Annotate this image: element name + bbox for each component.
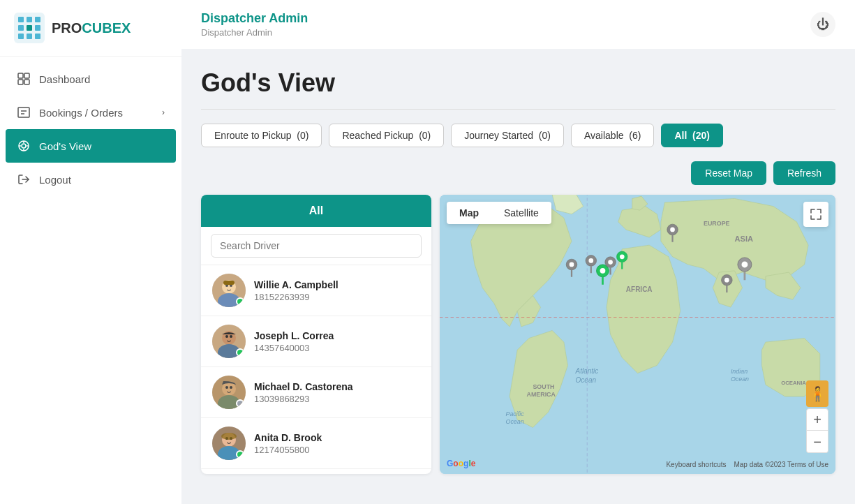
filter-available[interactable]: Available (6) <box>571 124 654 147</box>
driver-avatar-1 <box>212 325 246 358</box>
sidebar-item-dashboard[interactable]: Dashboard <box>0 62 181 96</box>
driver-info-3: Anita D. Brook 12174055800 <box>254 432 420 455</box>
svg-text:Ocean: Ocean <box>506 418 524 425</box>
title-divider <box>201 109 835 110</box>
driver-panel: All <box>201 195 431 474</box>
svg-point-33 <box>225 335 228 338</box>
svg-rect-4 <box>18 25 24 31</box>
dashboard-icon <box>17 72 31 86</box>
svg-point-38 <box>225 386 228 389</box>
driver-item-2[interactable]: Michael D. Castorena 13039868293 <box>201 367 431 418</box>
svg-rect-3 <box>35 17 40 22</box>
driver-item-1[interactable]: Joseph L. Correa 14357640003 <box>201 316 431 367</box>
svg-text:OCEANIA: OCEANIA <box>781 380 806 386</box>
driver-status-dot-1 <box>236 348 244 357</box>
search-input[interactable] <box>211 234 422 258</box>
driver-status-dot-2 <box>236 399 244 408</box>
sidebar-item-bookings[interactable]: Bookings / Orders › <box>0 96 181 129</box>
power-button[interactable]: ⏻ <box>810 12 835 37</box>
filter-all[interactable]: All (20) <box>661 124 723 147</box>
svg-rect-6 <box>35 25 40 31</box>
filter-reached[interactable]: Reached Pickup (0) <box>329 124 444 147</box>
map-tab-map[interactable]: Map <box>447 202 491 224</box>
pegman-control[interactable]: 🧍 <box>806 380 828 407</box>
map-footer-text: Keyboard shortcuts Map data ©2023 Terms … <box>666 461 828 468</box>
svg-text:Ocean: Ocean <box>576 376 597 384</box>
filter-journey[interactable]: Journey Started (0) <box>451 124 564 147</box>
page-content: God's View Enroute to Pickup (0) Reached… <box>181 49 855 504</box>
sidebar-item-label-logout: Logout <box>39 174 71 186</box>
svg-text:SOUTH: SOUTH <box>533 383 554 390</box>
driver-phone-3: 12174055800 <box>254 445 420 455</box>
sidebar-item-gods-view[interactable]: God's View <box>6 129 176 163</box>
map-tab-satellite[interactable]: Satellite <box>491 202 551 224</box>
svg-point-68 <box>608 260 613 265</box>
svg-text:AFRICA: AFRICA <box>626 286 653 293</box>
driver-info-1: Joseph L. Correa 14357640003 <box>254 330 420 353</box>
svg-point-66 <box>600 268 606 274</box>
svg-text:Atlantic: Atlantic <box>575 367 599 375</box>
driver-status-dot-0 <box>236 297 244 306</box>
svg-text:Ocean: Ocean <box>731 376 749 383</box>
header-subtitle: Dispatcher Admin <box>201 27 308 38</box>
driver-phone-2: 13039868293 <box>254 394 420 404</box>
svg-point-18 <box>22 144 26 148</box>
driver-avatar-0 <box>212 274 246 307</box>
sidebar-item-label-gods-view: God's View <box>39 140 91 152</box>
driver-avatar-3 <box>212 427 246 460</box>
driver-info-0: Willie A. Campbell 18152263939 <box>254 279 420 302</box>
driver-search-container <box>201 227 431 265</box>
filter-enroute[interactable]: Enroute to Pickup (0) <box>201 124 322 147</box>
svg-rect-9 <box>35 34 40 39</box>
map-background: Atlantic Ocean Pacific Ocean Indian Ocea… <box>440 195 835 474</box>
driver-panel-header: All <box>201 195 431 227</box>
driver-name-3: Anita D. Brook <box>254 432 420 443</box>
svg-point-70 <box>620 254 625 259</box>
driver-name-0: Willie A. Campbell <box>254 279 420 290</box>
driver-phone-0: 18152263939 <box>254 292 420 302</box>
svg-rect-13 <box>24 80 29 84</box>
map-panel: Atlantic Ocean Pacific Ocean Indian Ocea… <box>440 195 835 474</box>
reset-map-button[interactable]: Reset Map <box>691 161 766 185</box>
svg-point-45 <box>221 433 237 440</box>
driver-item-3[interactable]: Anita D. Brook 12174055800 <box>201 418 431 469</box>
main-content: Dispatcher Admin Dispatcher Admin ⏻ God'… <box>181 0 855 504</box>
svg-point-72 <box>670 228 675 232</box>
svg-point-39 <box>230 386 232 389</box>
svg-text:ASIA: ASIA <box>734 235 753 243</box>
map-data-text: Map data ©2023 Terms of Use <box>734 461 828 468</box>
svg-rect-29 <box>223 281 235 285</box>
sidebar-item-label-dashboard: Dashboard <box>39 73 90 85</box>
gods-view-icon <box>17 139 31 153</box>
zoom-controls: + − <box>806 408 828 453</box>
svg-rect-8 <box>27 34 32 39</box>
map-expand-button[interactable] <box>803 202 828 227</box>
action-bar: Reset Map Refresh <box>201 161 835 185</box>
svg-rect-11 <box>24 73 29 78</box>
keyboard-shortcuts-link[interactable]: Keyboard shortcuts <box>666 461 726 468</box>
svg-rect-10 <box>18 73 23 78</box>
sidebar-item-logout[interactable]: Logout <box>0 163 181 196</box>
chevron-right-icon: › <box>162 108 165 117</box>
svg-point-36 <box>222 382 236 396</box>
svg-text:EUROPE: EUROPE <box>704 220 730 227</box>
zoom-out-button[interactable]: − <box>806 431 828 453</box>
svg-point-34 <box>230 335 232 338</box>
header-title: Dispatcher Admin <box>201 11 308 26</box>
logo-icon <box>14 13 45 43</box>
zoom-in-button[interactable]: + <box>806 408 828 431</box>
split-layout: All <box>201 195 835 474</box>
refresh-button[interactable]: Refresh <box>773 161 835 185</box>
sidebar: PROCUBEX Dashboard <box>0 0 181 504</box>
svg-rect-12 <box>18 80 23 84</box>
driver-avatar-2 <box>212 376 246 409</box>
driver-name-2: Michael D. Castorena <box>254 381 420 392</box>
svg-point-76 <box>741 261 748 267</box>
sidebar-logo: PROCUBEX <box>0 0 181 57</box>
driver-name-1: Joseph L. Correa <box>254 330 420 341</box>
logout-icon <box>17 172 31 186</box>
svg-rect-1 <box>18 17 24 22</box>
header-info: Dispatcher Admin Dispatcher Admin <box>201 11 308 38</box>
driver-item-0[interactable]: Willie A. Campbell 18152263939 <box>201 265 431 316</box>
map-tabs: Map Satellite <box>447 202 551 224</box>
